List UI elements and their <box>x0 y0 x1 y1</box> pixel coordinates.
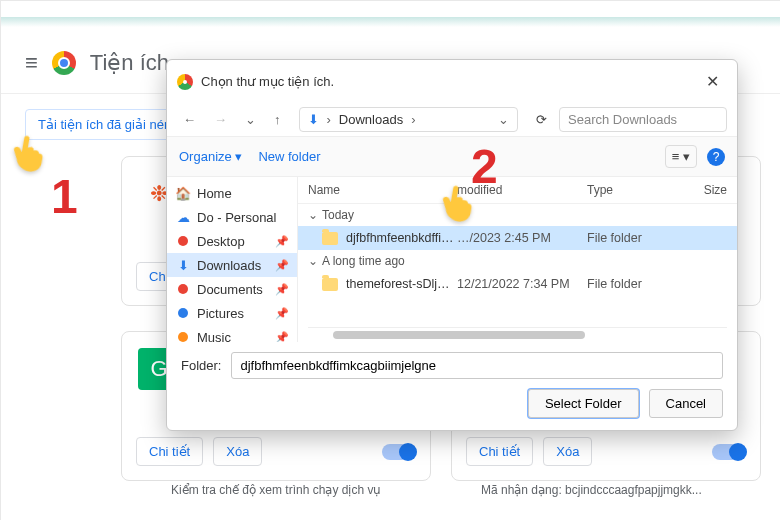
folder-icon <box>322 232 338 245</box>
refresh-icon[interactable]: ⟳ <box>530 108 553 131</box>
nav-recent-icon[interactable]: ⌄ <box>239 108 262 131</box>
remove-button[interactable]: Xóa <box>543 437 592 466</box>
tree-item-home[interactable]: 🏠Home <box>167 181 297 205</box>
service-worker-hint: Kiểm tra chế độ xem trình chạy dịch vụ <box>171 483 381 497</box>
tree-item-pictures[interactable]: Pictures📌 <box>167 301 297 325</box>
annotation-1: 1 <box>51 169 78 224</box>
search-input[interactable]: Search Downloads <box>559 107 727 132</box>
page-title: Tiện ích <box>90 50 169 76</box>
nav-up-icon[interactable]: ↑ <box>268 108 287 131</box>
view-options[interactable]: ≡ ▾ <box>665 145 697 168</box>
cancel-button[interactable]: Cancel <box>649 389 723 418</box>
extension-id-hint: Mã nhận dạng: bcjindcccaagfpapjjmgkk... <box>481 483 702 497</box>
folder-icon <box>322 278 338 291</box>
nav-tree: 🏠Home☁Do - PersonalDesktop📌⬇Downloads📌Do… <box>167 177 298 342</box>
breadcrumb[interactable]: ⬇ › Downloads › ⌄ <box>299 107 519 132</box>
details-button[interactable]: Chi tiết <box>466 437 533 466</box>
file-group-header[interactable]: ⌄A long time ago <box>298 250 737 272</box>
download-icon: ⬇ <box>308 112 319 127</box>
column-headers[interactable]: Name modified Type Size <box>298 177 737 204</box>
nav-back-icon[interactable]: ← <box>177 108 202 131</box>
folder-input[interactable] <box>231 352 723 379</box>
pin-icon: 📌 <box>275 259 289 272</box>
path-segment[interactable]: Downloads <box>339 112 403 127</box>
dialog-title: Chọn thư mục tiện ích. <box>201 74 334 89</box>
select-folder-button[interactable]: Select Folder <box>528 389 639 418</box>
remove-button[interactable]: Xóa <box>213 437 262 466</box>
file-group-header[interactable]: ⌄Today <box>298 204 737 226</box>
tree-item-downloads[interactable]: ⬇Downloads📌 <box>167 253 297 277</box>
pointer-icon <box>433 178 482 227</box>
menu-icon[interactable]: ≡ <box>25 50 38 76</box>
col-type[interactable]: Type <box>587 183 677 197</box>
chrome-icon <box>177 74 193 90</box>
col-name[interactable]: Name <box>308 183 457 197</box>
new-folder-button[interactable]: New folder <box>258 149 320 164</box>
chevron-down-icon: ⌄ <box>308 254 318 268</box>
pin-icon: 📌 <box>275 307 289 320</box>
pointer-icon <box>4 128 53 177</box>
close-icon[interactable]: ✕ <box>698 68 727 95</box>
file-list: ⌄Todaydjfbfhmfeenbkdffimkcagbiimjelgne…/… <box>298 204 737 327</box>
pin-icon: 📌 <box>275 331 289 343</box>
chrome-icon <box>52 51 76 75</box>
enable-toggle[interactable] <box>712 444 746 460</box>
col-size[interactable]: Size <box>677 183 727 197</box>
tree-item-desktop[interactable]: Desktop📌 <box>167 229 297 253</box>
chevron-down-icon[interactable]: ⌄ <box>498 112 509 127</box>
pin-icon: 📌 <box>275 235 289 248</box>
pin-icon: 📌 <box>275 283 289 296</box>
organize-menu[interactable]: Organize ▾ <box>179 149 242 164</box>
horizontal-scrollbar[interactable] <box>308 327 727 342</box>
details-button[interactable]: Chi tiết <box>136 437 203 466</box>
chevron-down-icon: ⌄ <box>308 208 318 222</box>
nav-forward-icon[interactable]: → <box>208 108 233 131</box>
folder-row[interactable]: djfbfhmfeenbkdffimkcagbiimjelgne…/2023 2… <box>298 226 737 250</box>
enable-toggle[interactable] <box>382 444 416 460</box>
tree-item-documents[interactable]: Documents📌 <box>167 277 297 301</box>
tree-item-music[interactable]: Music📌 <box>167 325 297 342</box>
folder-picker-dialog: Chọn thư mục tiện ích. ✕ ← → ⌄ ↑ ⬇ › Dow… <box>166 59 738 431</box>
help-icon[interactable]: ? <box>707 148 725 166</box>
chevron-right-icon: › <box>411 112 415 127</box>
tree-item-do---personal[interactable]: ☁Do - Personal <box>167 205 297 229</box>
folder-label: Folder: <box>181 358 221 373</box>
chevron-right-icon: › <box>327 112 331 127</box>
folder-row[interactable]: themeforest-sDljFdGS-rivendell-multipur.… <box>298 272 737 296</box>
